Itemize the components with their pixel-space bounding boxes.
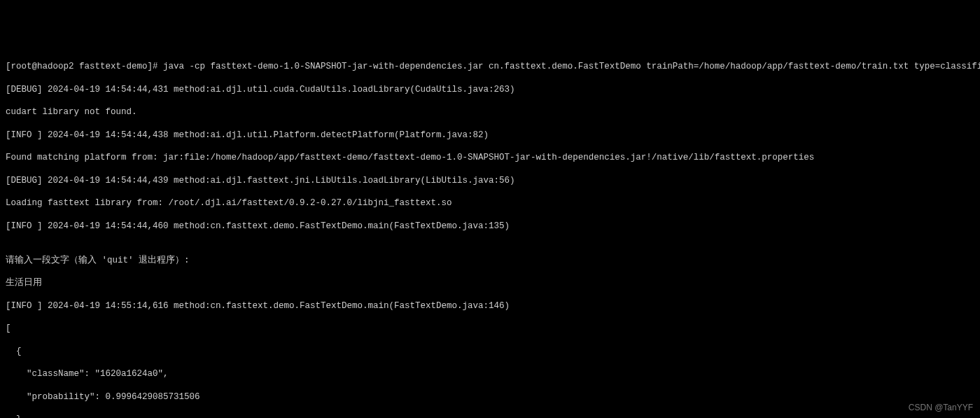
terminal-line: "probability": 0.9996429085731506 [6, 391, 974, 403]
terminal-line: [root@hadoop2 fasttext-demo]# java -cp f… [6, 61, 974, 72]
terminal-line: 生活日用 [6, 277, 974, 288]
watermark-text: CSDN @TanYYF [909, 403, 973, 414]
terminal-line: "className": "1620a1624a0", [6, 368, 974, 379]
terminal-line: { [6, 346, 974, 357]
terminal-line: [INFO ] 2024-04-19 14:54:44,460 method:c… [6, 221, 974, 232]
terminal-output: [root@hadoop2 fasttext-demo]# java -cp f… [6, 50, 974, 418]
terminal-line: [ [6, 323, 974, 334]
terminal-line: }, [6, 414, 974, 418]
terminal-line: Loading fasttext library from: /root/.dj… [6, 197, 974, 209]
terminal-line: 请输入一段文字（输入 'quit' 退出程序）: [6, 255, 974, 266]
terminal-line: cudart library not found. [6, 106, 974, 118]
terminal-line: [DEBUG] 2024-04-19 14:54:44,431 method:a… [6, 84, 974, 95]
terminal-line: Found matching platform from: jar:file:/… [6, 152, 974, 163]
terminal-line: [DEBUG] 2024-04-19 14:54:44,439 method:a… [6, 175, 974, 186]
terminal-line: [INFO ] 2024-04-19 14:55:14,616 method:c… [6, 300, 974, 312]
terminal-line: [INFO ] 2024-04-19 14:54:44,438 method:a… [6, 130, 974, 141]
